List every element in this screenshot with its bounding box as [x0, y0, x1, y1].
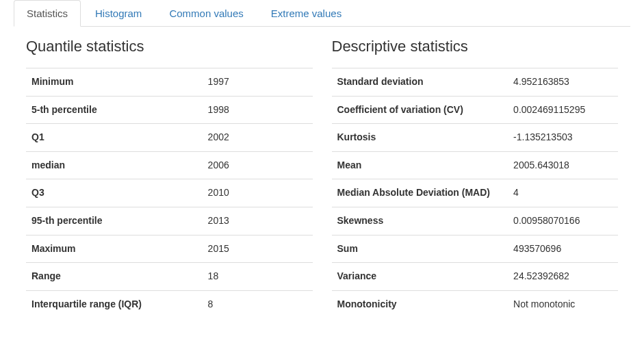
stat-label: Q3 [31, 186, 208, 200]
table-row: Mean2005.643018 [332, 151, 619, 179]
table-row: Q32010 [26, 179, 313, 207]
table-row: Median Absolute Deviation (MAD)4 [332, 179, 619, 207]
stat-value: 2005.643018 [513, 159, 613, 173]
table-row: Kurtosis-1.135213503 [332, 123, 619, 151]
stat-label: Standard deviation [337, 75, 514, 89]
table-row: 95-th percentile2013 [26, 207, 313, 235]
stat-value: 18 [208, 270, 307, 283]
table-row: Standard deviation4.952163853 [332, 68, 619, 96]
tab-histogram[interactable]: Histogram [82, 0, 155, 27]
stat-value: Not monotonic [513, 298, 613, 312]
stat-value: 24.52392682 [513, 270, 613, 283]
stat-value: 8 [208, 298, 307, 312]
content: Quantile statistics Minimum19975-th perc… [14, 38, 630, 318]
stat-value: 493570696 [513, 242, 613, 256]
table-row: MonotonicityNot monotonic [332, 290, 619, 318]
stat-value: 4.952163853 [513, 75, 613, 89]
tab-common-values[interactable]: Common values [156, 0, 256, 27]
table-row: median2006 [26, 151, 313, 179]
stat-value: 2006 [208, 159, 307, 173]
table-row: Maximum2015 [26, 235, 313, 263]
table-row: Range18 [26, 262, 313, 290]
table-row: Q12002 [26, 123, 313, 151]
quantile-title: Quantile statistics [26, 38, 313, 55]
table-row: Coefficient of variation (CV)0.002469115… [332, 96, 619, 124]
descriptive-table: Standard deviation4.952163853Coefficient… [332, 68, 619, 318]
stat-value: 2015 [208, 242, 307, 256]
stat-value: 1997 [208, 75, 307, 89]
tab-extreme-values[interactable]: Extreme values [258, 0, 355, 27]
quantile-column: Quantile statistics Minimum19975-th perc… [26, 38, 313, 318]
stat-label: Range [31, 270, 208, 283]
tabs: Statistics Histogram Common values Extre… [14, 0, 630, 27]
descriptive-title: Descriptive statistics [332, 38, 619, 55]
stat-label: 5-th percentile [31, 103, 208, 117]
stat-label: Interquartile range (IQR) [31, 298, 208, 312]
stat-value: 2002 [208, 131, 307, 144]
table-row: Variance24.52392682 [332, 262, 619, 290]
stat-label: Minimum [31, 75, 208, 89]
stat-label: Kurtosis [337, 131, 514, 144]
stat-label: median [31, 159, 208, 173]
stat-label: Median Absolute Deviation (MAD) [337, 186, 514, 200]
stat-value: 0.002469115295 [513, 103, 613, 117]
tab-statistics[interactable]: Statistics [14, 0, 81, 27]
table-row: Minimum1997 [26, 68, 313, 96]
stat-value: 2010 [208, 186, 307, 200]
stat-value: 0.00958070166 [513, 214, 613, 228]
table-row: Skewness0.00958070166 [332, 207, 619, 235]
stat-value: 2013 [208, 214, 307, 228]
stat-value: 4 [513, 186, 613, 200]
stat-value: -1.135213503 [513, 131, 613, 144]
stat-label: Mean [337, 159, 514, 173]
table-row: 5-th percentile1998 [26, 96, 313, 124]
quantile-table: Minimum19975-th percentile1998Q12002medi… [26, 68, 313, 318]
stat-label: 95-th percentile [31, 214, 208, 228]
stat-label: Maximum [31, 242, 208, 256]
stat-value: 1998 [208, 103, 307, 117]
stat-label: Coefficient of variation (CV) [337, 103, 514, 117]
stat-label: Monotonicity [337, 298, 514, 312]
table-row: Interquartile range (IQR)8 [26, 290, 313, 318]
stat-label: Q1 [31, 131, 208, 144]
descriptive-column: Descriptive statistics Standard deviatio… [332, 38, 619, 318]
table-row: Sum493570696 [332, 235, 619, 263]
stat-label: Sum [337, 242, 514, 256]
stat-label: Skewness [337, 214, 514, 228]
stat-label: Variance [337, 270, 514, 283]
